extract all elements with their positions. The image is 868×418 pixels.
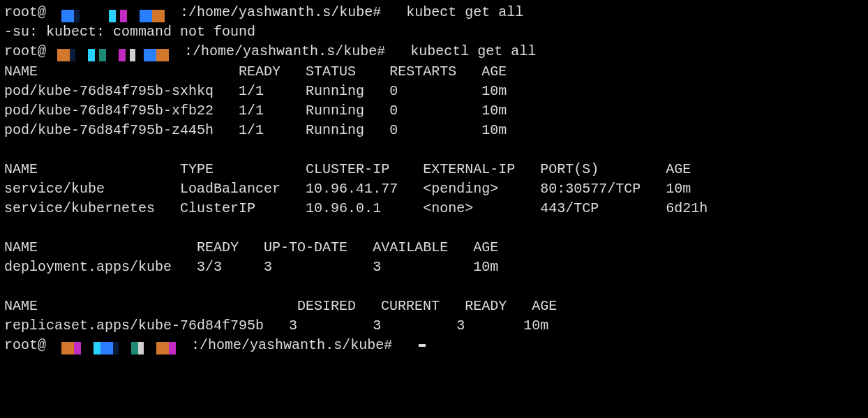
table-header: NAME TYPE CLUSTER-IP EXTERNAL-IP PORT(S)… xyxy=(4,161,691,177)
cursor-icon xyxy=(419,344,426,347)
table-row: pod/kube-76d84f795b-z445h 1/1 Running 0 … xyxy=(4,122,507,138)
blank-line xyxy=(4,140,864,160)
prompt-path: :/home/yashwanth.s/kube# xyxy=(184,43,385,59)
entered-command-2: kubectl get all xyxy=(410,43,536,59)
table-header: NAME READY STATUS RESTARTS AGE xyxy=(4,64,507,80)
table-row: replicaset.apps/kube-76d84f795b 3 3 3 10… xyxy=(4,318,548,334)
prompt-host-redacted-icon xyxy=(57,339,180,352)
table-row: service/kubernetes ClusterIP 10.96.0.1 <… xyxy=(4,200,708,216)
deployments-table: NAME READY UP-TO-DATE AVAILABLE AGE depl… xyxy=(4,238,864,277)
blank-line xyxy=(4,277,864,297)
error-line: -su: kubect: command not found xyxy=(4,22,864,42)
table-row: pod/kube-76d84f795b-sxhkq 1/1 Running 0 … xyxy=(4,83,507,99)
table-header: NAME DESIRED CURRENT READY AGE xyxy=(4,298,557,314)
replicaset-table: NAME DESIRED CURRENT READY AGE replicase… xyxy=(4,297,864,336)
pods-table: NAME READY STATUS RESTARTS AGE pod/kube-… xyxy=(4,62,864,140)
blank-line xyxy=(4,218,864,238)
prompt-user: root@ xyxy=(4,43,46,59)
prompt-path: :/home/yashwanth.s/kube# xyxy=(180,4,381,20)
prompt-line-2[interactable]: root@ :/home/yashwanth.s/kube# kubectl g… xyxy=(4,42,864,61)
services-table: NAME TYPE CLUSTER-IP EXTERNAL-IP PORT(S)… xyxy=(4,160,864,218)
prompt-line-3[interactable]: root@ :/home/yashwanth.s/kube# xyxy=(4,336,864,355)
prompt-line-1[interactable]: root@ :/home/yashwanth.s/kube# kubect ge… xyxy=(4,3,864,22)
prompt-user: root@ xyxy=(4,337,46,353)
table-header: NAME READY UP-TO-DATE AVAILABLE AGE xyxy=(4,239,498,255)
entered-command-1: kubect get all xyxy=(406,4,523,20)
table-row: pod/kube-76d84f795b-xfb22 1/1 Running 0 … xyxy=(4,103,507,119)
prompt-host-redacted-icon xyxy=(57,45,173,58)
prompt-host-redacted-icon xyxy=(57,6,169,19)
table-row: service/kube LoadBalancer 10.96.41.77 <p… xyxy=(4,181,691,197)
prompt-path: :/home/yashwanth.s/kube# xyxy=(191,337,392,353)
prompt-user: root@ xyxy=(4,4,46,20)
table-row: deployment.apps/kube 3/3 3 3 10m xyxy=(4,259,498,275)
